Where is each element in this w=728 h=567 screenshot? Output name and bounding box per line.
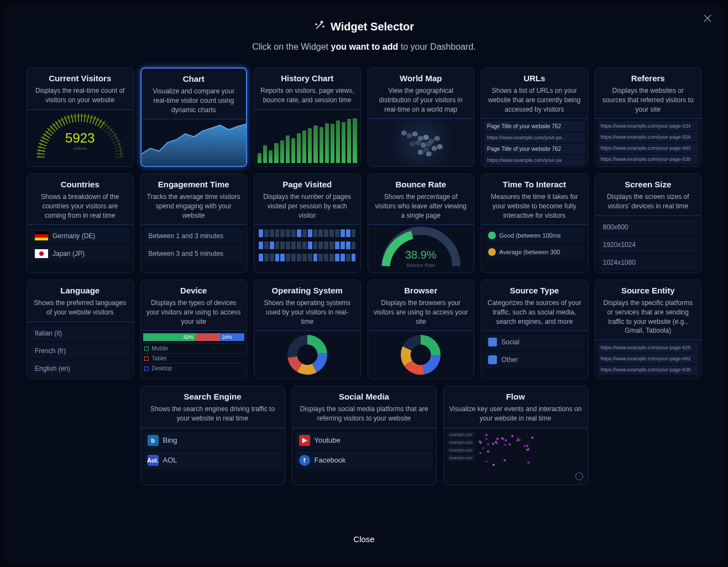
card-desc: Displays the websites or sources that re… [595, 86, 701, 118]
svg-line-19 [78, 113, 79, 122]
card-desc: Displays the types of devices your visit… [141, 298, 247, 330]
card-desc: Displays the screen sizes of visitors' d… [595, 192, 701, 216]
card-title: Referers [595, 68, 701, 86]
magic-wand-icon [314, 20, 325, 33]
svg-line-22 [87, 114, 89, 123]
source-entity-preview: https://www.example.com/your-page-525htt… [595, 340, 701, 379]
widget-card-search-engine[interactable]: Search Engine Shows the search engines d… [140, 386, 285, 485]
social-media-preview: ▶YoutubefFacebook [292, 428, 436, 485]
card-desc: Visualize and compare your real-time vis… [142, 87, 247, 119]
engagement-preview: Between 1 and 3 minutesBetween 3 and 5 m… [141, 224, 247, 272]
svg-line-37 [115, 150, 123, 151]
card-title: Screen Size [595, 174, 701, 192]
modal-title: Widget Selector [331, 20, 414, 33]
widget-card-engagement-time[interactable]: Engagement Time Tracks the average time … [140, 174, 248, 273]
card-title: Device [141, 280, 247, 298]
card-desc: View the geographical distribution of yo… [368, 86, 474, 118]
card-title: Social Media [292, 386, 436, 405]
page-visited-preview [254, 224, 360, 272]
history-bars-preview [254, 109, 360, 166]
card-title: Source Type [481, 280, 588, 298]
bounce-label: Bounce Rate [406, 262, 435, 268]
screen-size-preview: 800x6001920x10241024x1080 [595, 216, 701, 272]
gauge-value: 5923 [65, 130, 95, 146]
widget-card-history-chart[interactable]: History Chart Reports on visitors, page … [254, 67, 361, 167]
flow-preview: example.comexample.comexample.comexample… [444, 428, 588, 485]
svg-line-1 [36, 153, 45, 154]
bounce-preview: 38.9% Bounce Rate [368, 224, 474, 272]
card-desc: Displays the social media platforms that… [292, 405, 436, 428]
card-title: URLs [481, 68, 588, 86]
widget-card-source-type[interactable]: Source Type Categorizes the sources of y… [481, 280, 588, 379]
widget-card-page-visited[interactable]: Page Visited Displays the number of page… [254, 174, 361, 273]
card-title: Countries [27, 174, 133, 192]
close-button[interactable]: Close [27, 529, 701, 549]
referers-preview: https://www.example.com/your-page-534htt… [595, 118, 701, 166]
card-title: Time To Interact [481, 174, 588, 192]
tti-preview: Good (between 100msAverage (between 300 [481, 224, 588, 272]
search-engine-preview: bBingAol.AOL [141, 428, 285, 485]
widget-card-device[interactable]: Device Displays the types of devices you… [140, 280, 248, 379]
widget-selector-modal: Widget Selector Click on the Widget you … [4, 4, 724, 563]
close-icon[interactable] [704, 14, 711, 24]
widget-card-language[interactable]: Language Shows the preferred languages o… [27, 280, 134, 379]
card-title: Flow [444, 386, 588, 405]
widget-card-time-to-interact[interactable]: Time To Interact Measures the time it ta… [481, 174, 588, 273]
svg-line-16 [68, 115, 70, 123]
widget-card-operating-system[interactable]: Operating System Shows the operating sys… [254, 280, 361, 379]
svg-line-21 [84, 114, 85, 122]
svg-line-2 [37, 150, 45, 151]
card-desc: Displays the specific platforms or servi… [595, 298, 701, 340]
card-desc: Shows a breakdown of the countries your … [27, 192, 133, 224]
card-desc: Shows the percentage of visitors who lea… [368, 192, 474, 224]
gauge-unit: visitors [73, 146, 87, 151]
urls-preview: Page Title of your website 762https://ww… [481, 118, 588, 166]
bounce-pct: 38.9% [405, 249, 437, 261]
card-desc: Displays the real-time count of visitors… [27, 86, 133, 109]
card-desc: Shows the search engines driving traffic… [141, 405, 285, 428]
widget-card-world-map[interactable]: World Map View the geographical distribu… [368, 67, 475, 167]
card-title: World Map [368, 68, 474, 86]
widget-card-browser[interactable]: Browser Displays the browsers your visit… [368, 280, 475, 379]
svg-line-17 [71, 114, 73, 123]
card-title: Current Visitors [27, 68, 133, 86]
card-desc: Shows a list of URLs on your website tha… [481, 86, 588, 118]
widget-card-urls[interactable]: URLs Shows a list of URLs on your websit… [481, 67, 588, 167]
svg-line-23 [90, 115, 92, 123]
svg-line-4 [39, 143, 46, 146]
card-desc: Reports on visitors, page views, bounce … [254, 86, 360, 109]
widget-card-bounce-rate[interactable]: Bounce Rate Shows the percentage of visi… [368, 174, 475, 273]
card-desc: Measures the time it takes for your webs… [481, 192, 588, 224]
widget-card-source-entity[interactable]: Source Entity Displays the specific plat… [595, 280, 702, 379]
browser-donut-preview [368, 330, 474, 379]
source-type-preview: SocialOther [481, 330, 588, 379]
widget-card-referers[interactable]: Referers Displays the websites or source… [595, 67, 702, 167]
widget-card-screen-size[interactable]: Screen Size Displays the screen sizes of… [595, 174, 702, 273]
card-desc: Categorizes the sources of your traffic,… [481, 298, 588, 330]
widget-card-flow[interactable]: Flow Visualize key user events and inter… [443, 386, 588, 485]
card-desc: Displays the number of pages visited per… [254, 192, 360, 224]
widget-card-countries[interactable]: Countries Shows a breakdown of the count… [27, 174, 134, 273]
os-donut-preview [254, 330, 360, 379]
area-chart-preview [142, 119, 247, 166]
widget-card-current-visitors[interactable]: Current Visitors Displays the real-time … [27, 67, 134, 167]
svg-line-38 [115, 153, 123, 154]
card-title: Source Entity [595, 280, 701, 298]
widget-card-chart[interactable]: Chart Visualize and compare your real-ti… [140, 67, 248, 167]
world-map-preview [368, 118, 474, 166]
device-preview: 52% 24% MobileTabletDesktop [141, 330, 247, 379]
card-desc: Shows the operating systems used by your… [254, 298, 360, 330]
card-title: Page Visited [254, 174, 360, 192]
svg-line-18 [75, 114, 76, 122]
card-title: Search Engine [141, 386, 285, 405]
card-desc: Visualize key user events and interactio… [444, 405, 588, 428]
widget-card-social-media[interactable]: Social Media Displays the social media p… [292, 386, 437, 485]
svg-line-3 [38, 146, 45, 149]
svg-line-36 [114, 146, 122, 149]
svg-line-35 [113, 143, 121, 146]
card-desc: Displays the browsers your visitors are … [368, 298, 474, 330]
card-title: Browser [368, 280, 474, 298]
card-desc: Tracks the average time visitors spend e… [141, 192, 247, 224]
svg-line-20 [81, 113, 82, 122]
card-title: Bounce Rate [368, 174, 474, 192]
